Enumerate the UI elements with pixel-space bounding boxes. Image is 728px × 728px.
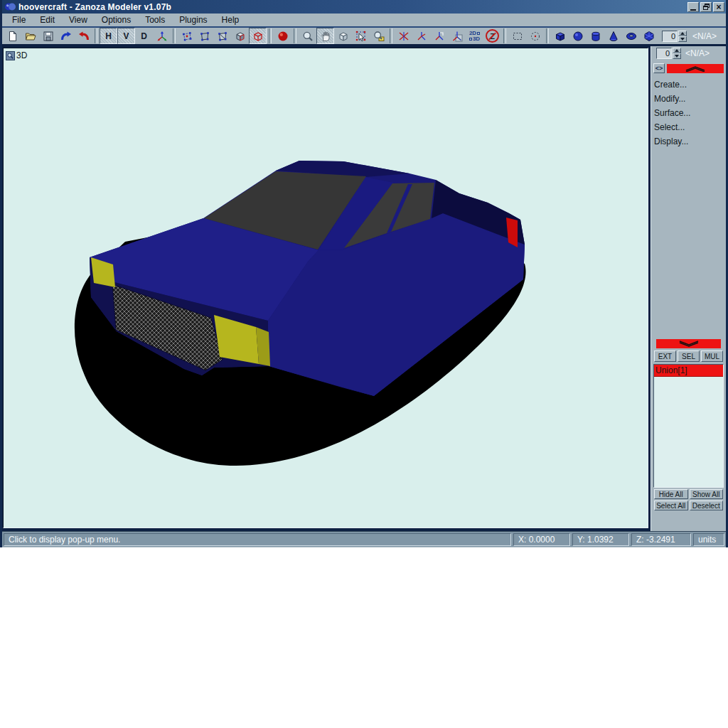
- status-y-coordinate: Y: 1.0392: [572, 533, 629, 546]
- viewport-magnifier-icon: [7, 53, 14, 59]
- hand-icon: [320, 31, 331, 42]
- toolbar-separator: [390, 28, 392, 43]
- select-arrow-icon: [355, 31, 367, 42]
- selected-mode-button[interactable]: [249, 28, 267, 44]
- panel-spinner-down-button[interactable]: [673, 53, 681, 59]
- object-list-item-union[interactable]: Union[1]: [654, 365, 723, 377]
- status-message[interactable]: Click to display pop-up menu.: [4, 533, 511, 546]
- primitive-cube-icon: [555, 31, 566, 42]
- panel-na-label: <N/A>: [685, 48, 710, 58]
- viewport-label-group: 3D: [6, 50, 27, 60]
- edges-mode-button[interactable]: [196, 28, 213, 44]
- z-axis-disabled-button[interactable]: Z: [483, 28, 501, 44]
- panel-spacer: [653, 149, 724, 339]
- primitive-cone-button[interactable]: [604, 28, 622, 44]
- pan-tool-button[interactable]: [316, 28, 334, 44]
- zoom-region-icon: [373, 31, 385, 42]
- car-model-render: [4, 48, 648, 528]
- mul-mode-button[interactable]: MUL: [701, 350, 723, 362]
- zmodeler-window: hoovercraft - Zanoza Modeler v1.07b × Fi…: [0, 0, 728, 547]
- menu-view[interactable]: View: [62, 14, 95, 26]
- toggle-2d3d-icon: 2D 3D: [469, 31, 480, 42]
- spinner-up-button[interactable]: [678, 31, 687, 36]
- vertices-mode-button[interactable]: [178, 28, 196, 44]
- z-disabled-icon: Z: [486, 29, 499, 43]
- selected-mode-icon: [252, 31, 264, 42]
- show-all-button[interactable]: Show All: [690, 489, 724, 499]
- save-file-button[interactable]: [39, 28, 57, 44]
- ext-mode-button[interactable]: EXT: [654, 350, 676, 362]
- objects-mode-button[interactable]: [231, 28, 249, 44]
- panel-menu-create[interactable]: Create...: [653, 77, 724, 92]
- panel-expand-bar[interactable]: [656, 339, 721, 348]
- viewport-maximize-button[interactable]: [6, 51, 15, 60]
- menu-edit[interactable]: Edit: [33, 14, 62, 26]
- toolbar-separator: [294, 28, 296, 43]
- object-list[interactable]: Union[1]: [653, 364, 724, 488]
- rect-select-icon: [512, 31, 523, 42]
- primitive-torus-button[interactable]: [622, 28, 640, 44]
- viewport-3d[interactable]: 3D: [3, 48, 648, 528]
- toggle-2d3d-button[interactable]: 2D 3D: [466, 28, 483, 44]
- deselect-button[interactable]: Deselect: [690, 500, 724, 510]
- circle-select-button[interactable]: [526, 28, 544, 44]
- panel-spinner-up-button[interactable]: [673, 48, 681, 53]
- axis-constraint-3-icon: [434, 31, 445, 42]
- minimize-button[interactable]: [687, 2, 699, 12]
- axis-constraint-2-button[interactable]: [412, 28, 430, 44]
- export-button[interactable]: [75, 28, 92, 44]
- rotate-view-button[interactable]: [334, 28, 352, 44]
- rect-select-button[interactable]: [508, 28, 526, 44]
- zoom-region-button[interactable]: [370, 28, 387, 44]
- axis-constraint-3-button[interactable]: [430, 28, 448, 44]
- menu-plugins[interactable]: Plugins: [172, 14, 214, 26]
- axis-gizmo-button[interactable]: [153, 28, 171, 44]
- menu-options[interactable]: Options: [95, 14, 138, 26]
- primitive-cylinder-button[interactable]: [587, 28, 604, 44]
- axis-constraint-4-button[interactable]: [448, 28, 466, 44]
- primitive-sphere-button[interactable]: [569, 28, 587, 44]
- panel-expander-button[interactable]: <>: [653, 63, 665, 73]
- objects-mode-icon: [235, 31, 246, 42]
- axis-constraint-1-button[interactable]: [395, 28, 412, 44]
- app-icon: [5, 2, 16, 11]
- chevron-down-icon: [678, 341, 700, 347]
- primitive-cylinder-icon: [590, 31, 601, 42]
- vertices-mode-icon: [181, 31, 193, 42]
- toggle-v-label: V: [123, 31, 129, 41]
- open-file-button[interactable]: [21, 28, 39, 44]
- toolbar-spinner-value[interactable]: 0: [662, 31, 678, 42]
- material-editor-button[interactable]: [274, 28, 291, 44]
- zoom-tool-button[interactable]: [299, 28, 316, 44]
- primitive-geosphere-button[interactable]: [640, 28, 658, 44]
- spinner-down-button[interactable]: [678, 36, 687, 42]
- sel-mode-button[interactable]: SEL: [678, 350, 700, 362]
- title-bar[interactable]: hoovercraft - Zanoza Modeler v1.07b ×: [2, 0, 726, 14]
- import-button[interactable]: [57, 28, 75, 44]
- primitive-cube-button[interactable]: [551, 28, 569, 44]
- menu-tools[interactable]: Tools: [138, 14, 172, 26]
- panel-menu-modify[interactable]: Modify...: [653, 92, 724, 106]
- faces-mode-button[interactable]: [213, 28, 231, 44]
- menu-file[interactable]: File: [5, 14, 33, 26]
- select-all-button[interactable]: Select All: [654, 500, 688, 510]
- toggle-d-button[interactable]: D: [135, 28, 153, 44]
- primitive-geosphere-icon: [643, 31, 655, 42]
- close-button[interactable]: ×: [713, 2, 724, 12]
- new-file-button[interactable]: [4, 28, 21, 44]
- panel-spinner-value[interactable]: 0: [656, 48, 672, 59]
- toggle-v-button[interactable]: V: [117, 28, 135, 44]
- status-bar: Click to display pop-up menu. X: 0.0000 …: [2, 531, 726, 547]
- panel-collapse-bar[interactable]: [667, 64, 724, 73]
- panel-menu-surface[interactable]: Surface...: [653, 106, 724, 120]
- toggle-h-button[interactable]: H: [100, 28, 117, 44]
- axis-constraint-4-icon: [451, 31, 463, 42]
- panel-menu-select[interactable]: Select...: [653, 120, 724, 134]
- panel-menu-display[interactable]: Display...: [653, 134, 724, 149]
- hide-all-button[interactable]: Hide All: [654, 489, 688, 499]
- menu-help[interactable]: Help: [215, 14, 247, 26]
- restore-button[interactable]: [700, 2, 712, 12]
- circle-select-icon: [530, 31, 541, 42]
- toolbar: H V D: [2, 28, 726, 46]
- select-arrow-button[interactable]: [352, 28, 370, 44]
